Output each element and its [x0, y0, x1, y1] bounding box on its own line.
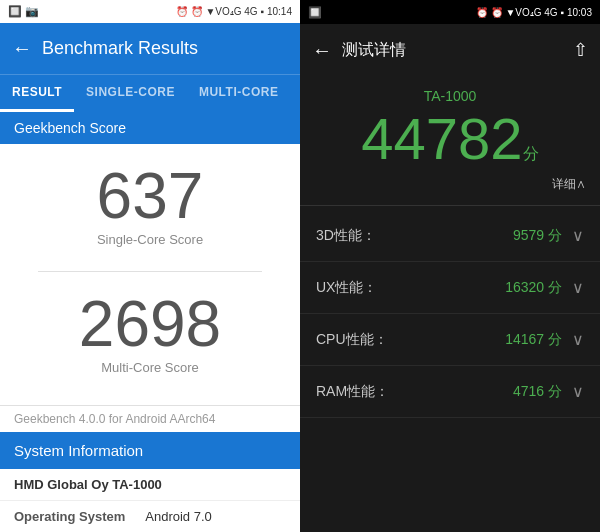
left-panel: 🔲 📷 ⏰ ⏰ ▼VO₄G 4G ▪ 10:14 ← Benchmark Res…	[0, 0, 300, 532]
multi-core-block: 2698 Multi-Core Score	[79, 292, 221, 375]
geekbench-score-header: Geekbench Score	[0, 112, 300, 144]
single-core-label: Single-Core Score	[97, 232, 203, 247]
chevron-down-icon-cpu[interactable]: ∨	[572, 330, 584, 349]
metric-value-3d: 9579 分	[513, 227, 562, 245]
metric-value-cpu: 14167 分	[505, 331, 562, 349]
scores-area: 637 Single-Core Score 2698 Multi-Core Sc…	[0, 144, 300, 405]
geekbench-version: Geekbench 4.0.0 for Android AArch64	[0, 405, 300, 432]
header-title-left: Benchmark Results	[42, 38, 198, 59]
header-left: ← Benchmark Results	[0, 23, 300, 74]
chevron-down-icon-ram[interactable]: ∨	[572, 382, 584, 401]
alarm-icon-right: ⏰	[476, 7, 488, 18]
metric-label-ux: UX性能：	[316, 279, 377, 297]
main-score-unit: 分	[523, 145, 539, 162]
tab-single-core[interactable]: SINGLE-CORE	[74, 75, 187, 112]
metric-value-wrap-ux: 16320 分 ∨	[505, 278, 584, 297]
share-icon[interactable]: ⇧	[573, 39, 588, 61]
signal-icons-right: ⏰ ▼VO₄G 4G ▪	[491, 7, 564, 18]
header-right-left: ← 测试详情	[312, 39, 406, 62]
chevron-down-icon-ux[interactable]: ∨	[572, 278, 584, 297]
status-right-left-icons: 🔲	[308, 6, 322, 19]
os-label: Operating System	[14, 509, 125, 524]
metric-value-ux: 16320 分	[505, 279, 562, 297]
metric-value-ram: 4716 分	[513, 383, 562, 401]
metric-value-wrap-3d: 9579 分 ∨	[513, 226, 584, 245]
status-right-time-icons: ⏰ ⏰ ▼VO₄G 4G ▪ 10:03	[476, 7, 592, 18]
metric-value-wrap-ram: 4716 分 ∨	[513, 382, 584, 401]
tab-multi-core[interactable]: MULTI-CORE	[187, 75, 290, 112]
metric-label-3d: 3D性能：	[316, 227, 376, 245]
main-score-block: 44782分	[300, 110, 600, 172]
single-core-block: 637 Single-Core Score	[97, 164, 204, 247]
score-divider	[38, 271, 262, 272]
header-title-right: 测试详情	[342, 40, 406, 61]
os-value: Android 7.0	[145, 509, 212, 524]
header-right: ← 测试详情 ⇧	[300, 24, 600, 76]
status-bar-left: 🔲 📷 ⏰ ⏰ ▼VO₄G 4G ▪ 10:14	[0, 0, 300, 23]
tabs-bar: RESULT SINGLE-CORE MULTI-CORE	[0, 74, 300, 112]
back-button-left[interactable]: ←	[12, 37, 32, 60]
metric-value-wrap-cpu: 14167 分 ∨	[505, 330, 584, 349]
alarm-icon: ⏰	[176, 6, 188, 17]
time-left: 10:14	[267, 6, 292, 17]
metric-row-ux[interactable]: UX性能： 16320 分 ∨	[300, 262, 600, 314]
main-score-number: 44782	[361, 106, 522, 171]
metric-label-ram: RAM性能：	[316, 383, 389, 401]
detail-link[interactable]: 详细∧	[300, 172, 600, 201]
multi-core-label: Multi-Core Score	[101, 360, 199, 375]
chevron-down-icon-3d[interactable]: ∨	[572, 226, 584, 245]
multi-core-score: 2698	[79, 292, 221, 356]
status-left-icons: 🔲 📷	[8, 5, 39, 18]
metric-label-cpu: CPU性能：	[316, 331, 388, 349]
metric-row-ram[interactable]: RAM性能： 4716 分 ∨	[300, 366, 600, 418]
right-panel: 🔲 ⏰ ⏰ ▼VO₄G 4G ▪ 10:03 ← 测试详情 ⇧ TA-1000 …	[300, 0, 600, 532]
device-name: HMD Global Oy TA-1000	[0, 469, 300, 501]
sys-info-header: System Information	[0, 432, 300, 469]
metric-row-cpu[interactable]: CPU性能： 14167 分 ∨	[300, 314, 600, 366]
metric-row-3d[interactable]: 3D性能： 9579 分 ∨	[300, 210, 600, 262]
back-button-right[interactable]: ←	[312, 39, 332, 62]
right-divider-top	[300, 205, 600, 206]
model-name: TA-1000	[300, 76, 600, 110]
tab-result[interactable]: RESULT	[0, 75, 74, 112]
time-right: 10:03	[567, 7, 592, 18]
status-left-time-icons: ⏰ ⏰ ▼VO₄G 4G ▪ 10:14	[176, 6, 292, 17]
os-row: Operating System Android 7.0	[0, 501, 300, 532]
single-core-score: 637	[97, 164, 204, 228]
signal-icons: ⏰ ▼VO₄G 4G ▪	[191, 6, 264, 17]
status-bar-right: 🔲 ⏰ ⏰ ▼VO₄G 4G ▪ 10:03	[300, 0, 600, 24]
